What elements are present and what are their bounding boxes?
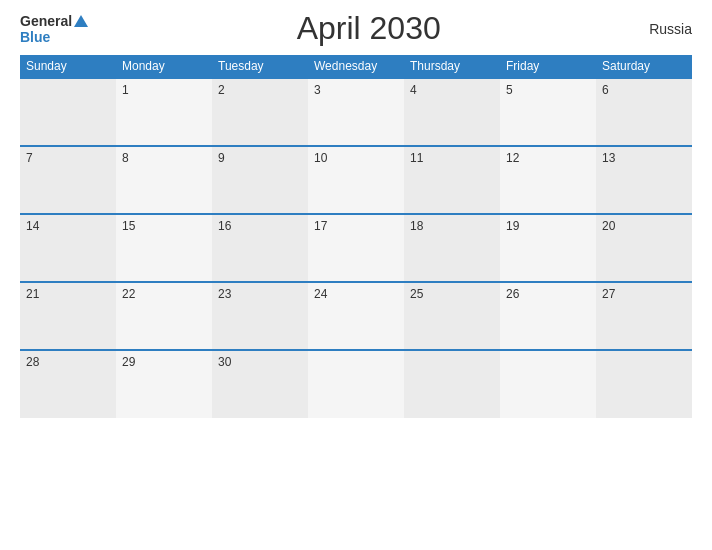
day-number: 12 bbox=[506, 151, 519, 165]
day-number: 29 bbox=[122, 355, 135, 369]
day-number: 21 bbox=[26, 287, 39, 301]
calendar-table: SundayMondayTuesdayWednesdayThursdayFrid… bbox=[20, 55, 692, 418]
weekday-header-sunday: Sunday bbox=[20, 55, 116, 78]
calendar-day-cell: 30 bbox=[212, 350, 308, 418]
calendar-day-cell: 15 bbox=[116, 214, 212, 282]
calendar-week-row: 78910111213 bbox=[20, 146, 692, 214]
calendar-day-cell: 18 bbox=[404, 214, 500, 282]
day-number: 18 bbox=[410, 219, 423, 233]
calendar-week-row: 14151617181920 bbox=[20, 214, 692, 282]
calendar-day-cell: 20 bbox=[596, 214, 692, 282]
calendar-day-cell: 14 bbox=[20, 214, 116, 282]
day-number: 30 bbox=[218, 355, 231, 369]
day-number: 11 bbox=[410, 151, 423, 165]
day-number: 25 bbox=[410, 287, 423, 301]
calendar-day-cell: 29 bbox=[116, 350, 212, 418]
day-number: 20 bbox=[602, 219, 615, 233]
calendar-day-cell: 2 bbox=[212, 78, 308, 146]
day-number: 15 bbox=[122, 219, 135, 233]
calendar-day-cell: 19 bbox=[500, 214, 596, 282]
calendar-week-row: 123456 bbox=[20, 78, 692, 146]
calendar-day-cell: 12 bbox=[500, 146, 596, 214]
calendar-day-cell bbox=[596, 350, 692, 418]
weekday-header-friday: Friday bbox=[500, 55, 596, 78]
day-number: 13 bbox=[602, 151, 615, 165]
day-number: 9 bbox=[218, 151, 225, 165]
calendar-day-cell bbox=[20, 78, 116, 146]
day-number: 7 bbox=[26, 151, 33, 165]
day-number: 3 bbox=[314, 83, 321, 97]
calendar-day-cell: 11 bbox=[404, 146, 500, 214]
day-number: 10 bbox=[314, 151, 327, 165]
calendar-week-row: 21222324252627 bbox=[20, 282, 692, 350]
calendar-day-cell: 3 bbox=[308, 78, 404, 146]
calendar-day-cell: 13 bbox=[596, 146, 692, 214]
calendar-day-cell: 24 bbox=[308, 282, 404, 350]
day-number: 27 bbox=[602, 287, 615, 301]
calendar-day-cell: 6 bbox=[596, 78, 692, 146]
calendar-day-cell: 17 bbox=[308, 214, 404, 282]
day-number: 14 bbox=[26, 219, 39, 233]
weekday-header-monday: Monday bbox=[116, 55, 212, 78]
day-number: 19 bbox=[506, 219, 519, 233]
day-number: 6 bbox=[602, 83, 609, 97]
calendar-day-cell: 25 bbox=[404, 282, 500, 350]
calendar-day-cell: 22 bbox=[116, 282, 212, 350]
calendar-header-row: SundayMondayTuesdayWednesdayThursdayFrid… bbox=[20, 55, 692, 78]
calendar-day-cell bbox=[308, 350, 404, 418]
calendar-day-cell: 8 bbox=[116, 146, 212, 214]
calendar-day-cell: 9 bbox=[212, 146, 308, 214]
calendar-day-cell bbox=[500, 350, 596, 418]
day-number: 1 bbox=[122, 83, 129, 97]
day-number: 22 bbox=[122, 287, 135, 301]
day-number: 17 bbox=[314, 219, 327, 233]
calendar-day-cell: 27 bbox=[596, 282, 692, 350]
weekday-header-wednesday: Wednesday bbox=[308, 55, 404, 78]
day-number: 4 bbox=[410, 83, 417, 97]
calendar-day-cell: 28 bbox=[20, 350, 116, 418]
calendar-week-row: 282930 bbox=[20, 350, 692, 418]
logo-general-text: General bbox=[20, 13, 72, 29]
country-label: Russia bbox=[649, 21, 692, 37]
calendar-day-cell: 16 bbox=[212, 214, 308, 282]
logo-triangle-icon bbox=[74, 15, 88, 27]
weekday-header-saturday: Saturday bbox=[596, 55, 692, 78]
page-header: General Blue April 2030 Russia bbox=[20, 10, 692, 47]
calendar-day-cell: 7 bbox=[20, 146, 116, 214]
day-number: 28 bbox=[26, 355, 39, 369]
day-number: 5 bbox=[506, 83, 513, 97]
day-number: 8 bbox=[122, 151, 129, 165]
weekday-header-thursday: Thursday bbox=[404, 55, 500, 78]
day-number: 24 bbox=[314, 287, 327, 301]
calendar-day-cell: 26 bbox=[500, 282, 596, 350]
logo: General Blue bbox=[20, 13, 88, 45]
logo-blue-text: Blue bbox=[20, 29, 50, 45]
day-number: 26 bbox=[506, 287, 519, 301]
calendar-day-cell: 1 bbox=[116, 78, 212, 146]
page-title: April 2030 bbox=[297, 10, 441, 47]
calendar-day-cell: 21 bbox=[20, 282, 116, 350]
day-number: 23 bbox=[218, 287, 231, 301]
day-number: 2 bbox=[218, 83, 225, 97]
calendar-day-cell: 4 bbox=[404, 78, 500, 146]
calendar-day-cell: 10 bbox=[308, 146, 404, 214]
calendar-day-cell: 23 bbox=[212, 282, 308, 350]
calendar-day-cell bbox=[404, 350, 500, 418]
calendar-day-cell: 5 bbox=[500, 78, 596, 146]
day-number: 16 bbox=[218, 219, 231, 233]
weekday-header-tuesday: Tuesday bbox=[212, 55, 308, 78]
